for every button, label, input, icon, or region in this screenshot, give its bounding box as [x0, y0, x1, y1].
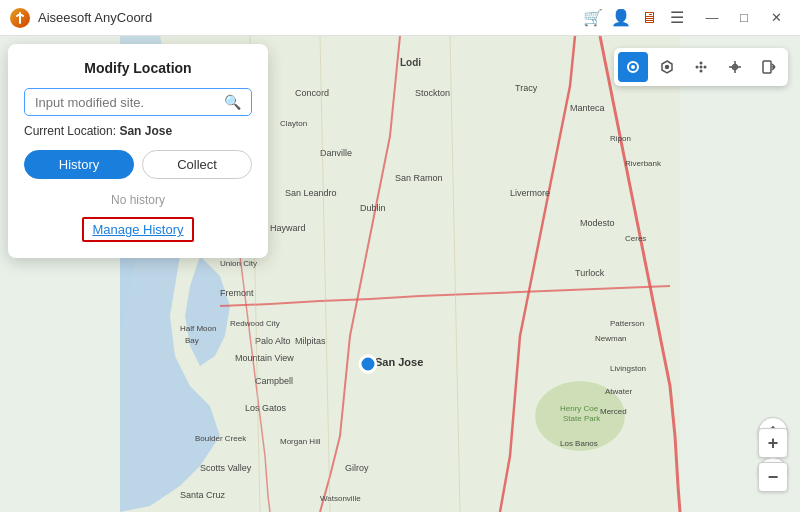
svg-text:Livingston: Livingston — [610, 364, 646, 373]
svg-text:Dublin: Dublin — [360, 203, 386, 213]
zoom-in-button[interactable]: + — [758, 428, 788, 458]
title-bar: Aiseesoft AnyCoord 🛒 👤 🖥 ☰ — □ ✕ — [0, 0, 800, 36]
svg-point-57 — [700, 62, 703, 65]
svg-text:Fremont: Fremont — [220, 288, 254, 298]
svg-text:Modesto: Modesto — [580, 218, 615, 228]
svg-text:Concord: Concord — [295, 88, 329, 98]
svg-text:Boulder Creek: Boulder Creek — [195, 434, 247, 443]
svg-text:Tracy: Tracy — [515, 83, 538, 93]
svg-text:Atwater: Atwater — [605, 387, 632, 396]
svg-point-58 — [704, 66, 707, 69]
manage-history-link[interactable]: Manage History — [82, 217, 193, 242]
svg-text:Merced: Merced — [600, 407, 627, 416]
svg-point-55 — [666, 66, 669, 69]
tab-buttons: History Collect — [24, 150, 252, 179]
search-icon: 🔍 — [224, 94, 241, 110]
svg-point-56 — [696, 66, 699, 69]
svg-text:State Park: State Park — [563, 414, 601, 423]
export-tool-button[interactable] — [754, 52, 784, 82]
svg-text:Gilroy: Gilroy — [345, 463, 369, 473]
svg-text:Manteca: Manteca — [570, 103, 605, 113]
svg-text:Stockton: Stockton — [415, 88, 450, 98]
svg-text:Los Gatos: Los Gatos — [245, 403, 287, 413]
svg-text:Palo Alto: Palo Alto — [255, 336, 291, 346]
svg-text:Henry Coe: Henry Coe — [560, 404, 599, 413]
cart-icon[interactable]: 🛒 — [582, 7, 604, 29]
current-location: Current Location: San Jose — [24, 124, 252, 138]
search-input[interactable] — [35, 95, 224, 110]
svg-text:Riverbank: Riverbank — [625, 159, 662, 168]
collect-tab-button[interactable]: Collect — [142, 150, 252, 179]
svg-text:Redwood City: Redwood City — [230, 319, 280, 328]
svg-text:Livermore: Livermore — [510, 188, 550, 198]
svg-point-60 — [700, 66, 703, 69]
crosshair-tool-button[interactable] — [720, 52, 750, 82]
person-icon[interactable]: 👤 — [610, 7, 632, 29]
svg-text:Ripon: Ripon — [610, 134, 631, 143]
window-controls: — □ ✕ — [698, 6, 790, 30]
monitor-icon[interactable]: 🖥 — [638, 7, 660, 29]
search-box[interactable]: 🔍 — [24, 88, 252, 116]
map-toolbar — [614, 48, 788, 86]
svg-text:Newman: Newman — [595, 334, 627, 343]
svg-text:Clayton: Clayton — [280, 119, 307, 128]
svg-text:Scotts Valley: Scotts Valley — [200, 463, 252, 473]
svg-text:Hayward: Hayward — [270, 223, 306, 233]
close-button[interactable]: ✕ — [762, 6, 790, 30]
svg-text:Santa Cruz: Santa Cruz — [180, 490, 226, 500]
menu-icon[interactable]: ☰ — [666, 7, 688, 29]
svg-text:Bay: Bay — [185, 336, 199, 345]
svg-text:Turlock: Turlock — [575, 268, 605, 278]
svg-text:Lodi: Lodi — [400, 57, 421, 68]
svg-point-51 — [360, 356, 376, 372]
location-panel: Modify Location 🔍 Current Location: San … — [8, 44, 268, 258]
svg-text:San Jose: San Jose — [375, 356, 423, 368]
zoom-out-button[interactable]: − — [758, 462, 788, 492]
svg-text:Union City: Union City — [220, 259, 257, 268]
multi-point-tool-button[interactable] — [686, 52, 716, 82]
svg-text:Ceres: Ceres — [625, 234, 646, 243]
hexagon-tool-button[interactable] — [652, 52, 682, 82]
main-area: Henry Coe State Park Lodi Stockton Antio… — [0, 36, 800, 512]
panel-title: Modify Location — [24, 60, 252, 76]
svg-text:Watsonville: Watsonville — [320, 494, 361, 503]
svg-point-59 — [700, 70, 703, 73]
svg-text:San Ramon: San Ramon — [395, 173, 443, 183]
svg-text:San Leandro: San Leandro — [285, 188, 337, 198]
no-history-text: No history — [24, 193, 252, 207]
svg-text:Milpitas: Milpitas — [295, 336, 326, 346]
history-tab-button[interactable]: History — [24, 150, 134, 179]
svg-text:Campbell: Campbell — [255, 376, 293, 386]
svg-text:Morgan Hill: Morgan Hill — [280, 437, 321, 446]
map-container[interactable]: Henry Coe State Park Lodi Stockton Antio… — [0, 36, 800, 512]
zoom-controls: + − — [758, 428, 788, 492]
svg-text:Patterson: Patterson — [610, 319, 644, 328]
pin-tool-button[interactable] — [618, 52, 648, 82]
svg-text:Danville: Danville — [320, 148, 352, 158]
title-bar-action-icons: 🛒 👤 🖥 ☰ — [582, 7, 688, 29]
svg-text:Half Moon: Half Moon — [180, 324, 216, 333]
minimize-button[interactable]: — — [698, 6, 726, 30]
app-title: Aiseesoft AnyCoord — [38, 10, 582, 25]
svg-point-53 — [631, 65, 635, 69]
svg-text:Los Banos: Los Banos — [560, 439, 598, 448]
svg-rect-64 — [763, 61, 771, 73]
maximize-button[interactable]: □ — [730, 6, 758, 30]
svg-text:Mountain View: Mountain View — [235, 353, 294, 363]
app-logo — [10, 8, 30, 28]
